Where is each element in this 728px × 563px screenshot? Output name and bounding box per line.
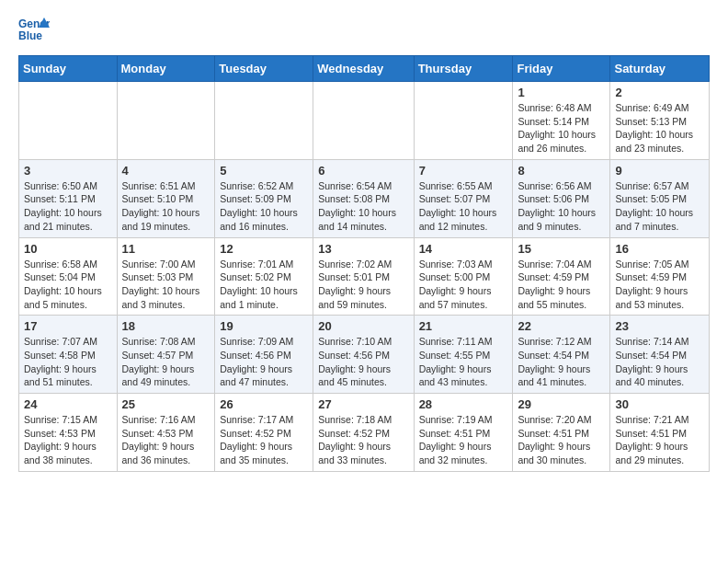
day-info: Sunrise: 7:01 AM Sunset: 5:02 PM Dayligh…: [220, 258, 308, 312]
calendar-cell: 5Sunrise: 6:52 AM Sunset: 5:09 PM Daylig…: [215, 159, 313, 237]
day-number: 23: [615, 319, 704, 333]
day-info: Sunrise: 6:57 AM Sunset: 5:05 PM Dayligh…: [615, 179, 704, 234]
calendar-cell: 26Sunrise: 7:17 AM Sunset: 4:52 PM Dayli…: [215, 394, 313, 472]
calendar-cell: 6Sunrise: 6:54 AM Sunset: 5:08 PM Daylig…: [313, 159, 414, 237]
calendar-cell: 11Sunrise: 7:00 AM Sunset: 5:03 PM Dayli…: [117, 237, 215, 316]
day-number: 25: [122, 397, 210, 411]
weekday-header-row: SundayMondayTuesdayWednesdayThursdayFrid…: [19, 56, 710, 82]
day-info: Sunrise: 7:02 AM Sunset: 5:01 PM Dayligh…: [318, 258, 408, 312]
week-row-4: 17Sunrise: 7:07 AM Sunset: 4:58 PM Dayli…: [19, 316, 710, 394]
weekday-header-tuesday: Tuesday: [215, 56, 313, 82]
calendar-cell: 30Sunrise: 7:21 AM Sunset: 4:51 PM Dayli…: [610, 394, 710, 472]
week-row-2: 3Sunrise: 6:50 AM Sunset: 5:11 PM Daylig…: [19, 159, 710, 237]
calendar-cell: 27Sunrise: 7:18 AM Sunset: 4:52 PM Dayli…: [313, 394, 414, 472]
weekday-header-wednesday: Wednesday: [313, 56, 414, 82]
day-number: 28: [419, 397, 508, 411]
calendar-table: SundayMondayTuesdayWednesdayThursdayFrid…: [18, 55, 710, 472]
day-info: Sunrise: 7:05 AM Sunset: 4:59 PM Dayligh…: [615, 258, 704, 312]
day-number: 17: [24, 319, 112, 333]
day-number: 18: [122, 319, 210, 333]
calendar-cell: [313, 82, 414, 160]
calendar-cell: 28Sunrise: 7:19 AM Sunset: 4:51 PM Dayli…: [414, 394, 513, 472]
day-info: Sunrise: 7:11 AM Sunset: 4:55 PM Dayligh…: [419, 335, 508, 389]
page: General Blue SundayMondayTuesdayWednesda…: [0, 0, 728, 487]
calendar-cell: 15Sunrise: 7:04 AM Sunset: 4:59 PM Dayli…: [513, 237, 610, 316]
day-number: 21: [419, 319, 508, 333]
weekday-header-thursday: Thursday: [414, 56, 513, 82]
svg-text:Blue: Blue: [18, 29, 42, 42]
day-number: 7: [419, 164, 508, 178]
day-number: 9: [615, 164, 704, 178]
calendar-cell: 9Sunrise: 6:57 AM Sunset: 5:05 PM Daylig…: [610, 159, 710, 237]
day-number: 26: [220, 397, 308, 411]
calendar-cell: 1Sunrise: 6:48 AM Sunset: 5:14 PM Daylig…: [513, 82, 610, 160]
day-number: 11: [122, 242, 210, 256]
calendar-cell: 4Sunrise: 6:51 AM Sunset: 5:10 PM Daylig…: [117, 159, 215, 237]
day-number: 27: [318, 397, 408, 411]
day-number: 16: [615, 242, 704, 256]
day-number: 29: [518, 397, 605, 411]
day-number: 12: [220, 242, 308, 256]
day-number: 1: [518, 86, 605, 99]
calendar-cell: 3Sunrise: 6:50 AM Sunset: 5:11 PM Daylig…: [19, 159, 118, 237]
week-row-5: 24Sunrise: 7:15 AM Sunset: 4:53 PM Dayli…: [19, 394, 710, 472]
header: General Blue: [18, 15, 710, 46]
calendar-cell: 25Sunrise: 7:16 AM Sunset: 4:53 PM Dayli…: [117, 394, 215, 472]
day-number: 20: [318, 319, 408, 333]
logo-svg: General Blue: [18, 15, 50, 46]
calendar-cell: 23Sunrise: 7:14 AM Sunset: 4:54 PM Dayli…: [610, 316, 710, 394]
calendar-cell: 10Sunrise: 6:58 AM Sunset: 5:04 PM Dayli…: [19, 237, 118, 316]
calendar-cell: 2Sunrise: 6:49 AM Sunset: 5:13 PM Daylig…: [610, 82, 710, 160]
calendar-cell: [117, 82, 215, 160]
calendar-cell: 17Sunrise: 7:07 AM Sunset: 4:58 PM Dayli…: [19, 316, 118, 394]
day-number: 2: [615, 86, 704, 99]
day-info: Sunrise: 7:10 AM Sunset: 4:56 PM Dayligh…: [318, 335, 408, 389]
calendar-cell: 13Sunrise: 7:02 AM Sunset: 5:01 PM Dayli…: [313, 237, 414, 316]
calendar-cell: 12Sunrise: 7:01 AM Sunset: 5:02 PM Dayli…: [215, 237, 313, 316]
calendar-cell: 8Sunrise: 6:56 AM Sunset: 5:06 PM Daylig…: [513, 159, 610, 237]
day-number: 15: [518, 242, 605, 256]
day-info: Sunrise: 6:56 AM Sunset: 5:06 PM Dayligh…: [518, 179, 605, 234]
calendar-cell: 29Sunrise: 7:20 AM Sunset: 4:51 PM Dayli…: [513, 394, 610, 472]
day-info: Sunrise: 7:09 AM Sunset: 4:56 PM Dayligh…: [220, 335, 308, 389]
day-info: Sunrise: 7:08 AM Sunset: 4:57 PM Dayligh…: [122, 335, 210, 389]
day-number: 30: [615, 397, 704, 411]
day-info: Sunrise: 7:12 AM Sunset: 4:54 PM Dayligh…: [518, 335, 605, 389]
calendar-cell: 24Sunrise: 7:15 AM Sunset: 4:53 PM Dayli…: [19, 394, 118, 472]
week-row-1: 1Sunrise: 6:48 AM Sunset: 5:14 PM Daylig…: [19, 82, 710, 160]
day-info: Sunrise: 6:51 AM Sunset: 5:10 PM Dayligh…: [122, 179, 210, 234]
weekday-header-sunday: Sunday: [19, 56, 118, 82]
day-info: Sunrise: 6:50 AM Sunset: 5:11 PM Dayligh…: [24, 179, 112, 234]
day-info: Sunrise: 7:14 AM Sunset: 4:54 PM Dayligh…: [615, 335, 704, 389]
day-info: Sunrise: 7:19 AM Sunset: 4:51 PM Dayligh…: [419, 413, 508, 467]
day-info: Sunrise: 7:00 AM Sunset: 5:03 PM Dayligh…: [122, 258, 210, 312]
calendar-cell: 18Sunrise: 7:08 AM Sunset: 4:57 PM Dayli…: [117, 316, 215, 394]
calendar-cell: [19, 82, 118, 160]
day-info: Sunrise: 7:15 AM Sunset: 4:53 PM Dayligh…: [24, 413, 112, 467]
day-info: Sunrise: 7:18 AM Sunset: 4:52 PM Dayligh…: [318, 413, 408, 467]
day-number: 6: [318, 164, 408, 178]
day-info: Sunrise: 7:20 AM Sunset: 4:51 PM Dayligh…: [518, 413, 605, 467]
day-info: Sunrise: 6:58 AM Sunset: 5:04 PM Dayligh…: [24, 258, 112, 312]
day-number: 10: [24, 242, 112, 256]
day-info: Sunrise: 6:54 AM Sunset: 5:08 PM Dayligh…: [318, 179, 408, 234]
day-number: 19: [220, 319, 308, 333]
day-number: 4: [122, 164, 210, 178]
day-number: 13: [318, 242, 408, 256]
day-info: Sunrise: 7:16 AM Sunset: 4:53 PM Dayligh…: [122, 413, 210, 467]
weekday-header-saturday: Saturday: [610, 56, 710, 82]
calendar-cell: 22Sunrise: 7:12 AM Sunset: 4:54 PM Dayli…: [513, 316, 610, 394]
calendar-cell: [414, 82, 513, 160]
day-number: 8: [518, 164, 605, 178]
day-info: Sunrise: 6:55 AM Sunset: 5:07 PM Dayligh…: [419, 179, 508, 234]
weekday-header-monday: Monday: [117, 56, 215, 82]
weekday-header-friday: Friday: [513, 56, 610, 82]
calendar-cell: 21Sunrise: 7:11 AM Sunset: 4:55 PM Dayli…: [414, 316, 513, 394]
calendar-cell: [215, 82, 313, 160]
day-info: Sunrise: 6:49 AM Sunset: 5:13 PM Dayligh…: [615, 101, 704, 155]
day-number: 3: [24, 164, 112, 178]
logo: General Blue: [18, 15, 50, 46]
day-info: Sunrise: 7:21 AM Sunset: 4:51 PM Dayligh…: [615, 413, 704, 467]
day-info: Sunrise: 6:48 AM Sunset: 5:14 PM Dayligh…: [518, 101, 605, 155]
day-number: 5: [220, 164, 308, 178]
